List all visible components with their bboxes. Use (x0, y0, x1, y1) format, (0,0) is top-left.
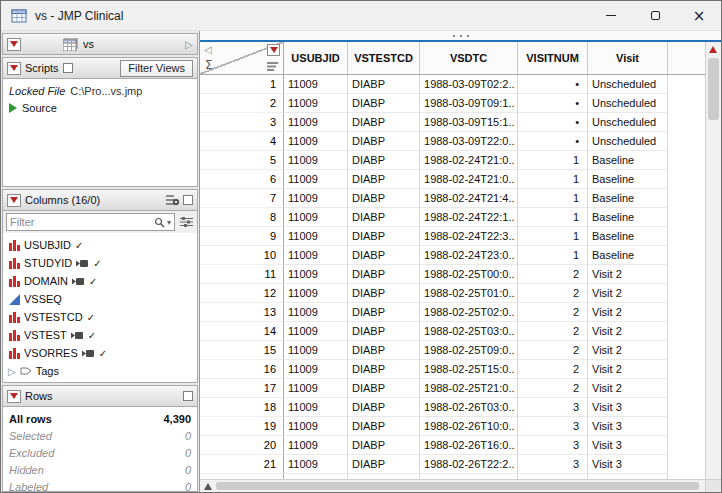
columns-menu-red-triangle[interactable] (7, 194, 21, 207)
table-menu-red-triangle[interactable] (7, 38, 21, 51)
window-grip[interactable] (200, 31, 721, 42)
cell-usubjid[interactable]: 11009 (284, 455, 348, 474)
scripts-checkbox[interactable] (63, 63, 73, 73)
horizontal-scrollbar[interactable] (200, 479, 705, 492)
columns-panel-header[interactable]: Columns (16/0) (2, 189, 198, 211)
row-filter-icon[interactable] (267, 61, 279, 71)
rows-panel-header[interactable]: Rows (2, 385, 198, 407)
title-bar[interactable]: vs - JMP Clinical × (1, 1, 721, 31)
cell-vsdtc[interactable]: 1988-03-09T02:2.. (420, 75, 518, 94)
cell-visit[interactable]: Visit 2 (588, 284, 668, 303)
cell-vsdtc[interactable]: 1988-02-25T09:0.. (420, 341, 518, 360)
column-item-vsseq[interactable]: VSSEQ (3, 290, 197, 308)
search-icon[interactable] (154, 217, 165, 228)
cell-visit[interactable]: Visit 2 (588, 303, 668, 322)
horizontal-scroll-thumb[interactable] (216, 482, 699, 490)
cell-usubjid[interactable]: 11009 (284, 379, 348, 398)
cell-visit[interactable]: Unscheduled (588, 94, 668, 113)
cell-vstestcd[interactable]: DIABP (348, 341, 420, 360)
cell-usubjid[interactable]: 11009 (284, 189, 348, 208)
table-row[interactable]: 611009DIABP1988-02-24T21:0..1Baseline (200, 170, 705, 189)
scripts-menu-red-triangle[interactable] (7, 62, 21, 75)
table-row[interactable]: 1611009DIABP1988-02-25T15:0..2Visit 2 (200, 360, 705, 379)
cell-usubjid[interactable]: 11009 (284, 360, 348, 379)
cell-visitnum[interactable]: • (518, 75, 588, 94)
cell-vsdtc[interactable]: 1988-02-24T22:3.. (420, 227, 518, 246)
table-row[interactable]: 1011009DIABP1988-02-24T23:0..1Baseline (200, 246, 705, 265)
cell-usubjid[interactable]: 11009 (284, 417, 348, 436)
table-row[interactable]: 2011009DIABP1988-02-26T16:0..3Visit 3 (200, 436, 705, 455)
table-row[interactable]: 511009DIABP1988-02-24T21:0..1Baseline (200, 151, 705, 170)
column-item-vsorres[interactable]: VSORRES✓ (3, 344, 197, 362)
cell-usubjid[interactable]: 11009 (284, 341, 348, 360)
close-button[interactable]: × (677, 1, 721, 30)
cell-usubjid[interactable]: 11009 (284, 246, 348, 265)
table-row[interactable]: 1811009DIABP1988-02-26T03:0..3Visit 3 (200, 398, 705, 417)
cell-usubjid[interactable]: 11009 (284, 170, 348, 189)
cell-vstestcd[interactable]: DIABP (348, 151, 420, 170)
columns-filter-input[interactable] (10, 216, 152, 228)
cell-vstestcd[interactable]: DIABP (348, 417, 420, 436)
table-row[interactable]: 1311009DIABP1988-02-25T02:0..2Visit 2 (200, 303, 705, 322)
cell-visitnum[interactable]: 1 (518, 189, 588, 208)
cell-vsdtc[interactable]: 1988-02-25T03:0.. (420, 322, 518, 341)
table-row[interactable]: 711009DIABP1988-02-24T21:4..1Baseline (200, 189, 705, 208)
table-row[interactable]: 911009DIABP1988-02-24T22:3..1Baseline (200, 227, 705, 246)
panel-collapse-box[interactable] (183, 195, 193, 205)
cell-vsdtc[interactable]: 1988-02-24T21:4.. (420, 189, 518, 208)
rows-stat-labeled[interactable]: Labeled0 (9, 478, 191, 492)
table-row[interactable]: 811009DIABP1988-02-24T22:1..1Baseline (200, 208, 705, 227)
row-number[interactable]: 17 (200, 379, 284, 398)
row-number[interactable]: 8 (200, 208, 284, 227)
columns-filter-field[interactable]: ▾ (6, 213, 175, 231)
row-number[interactable]: 9 (200, 227, 284, 246)
table-row[interactable]: 411009DIABP1988-03-09T22:0..•Unscheduled (200, 132, 705, 151)
rows-stat-selected[interactable]: Selected0 (9, 427, 191, 444)
cell-vsdtc[interactable]: 1988-02-24T21:0.. (420, 170, 518, 189)
cell-usubjid[interactable]: 11009 (284, 265, 348, 284)
cell-usubjid[interactable]: 11009 (284, 284, 348, 303)
cell-vsdtc[interactable]: 1988-02-25T21:0.. (420, 379, 518, 398)
filter-options-icon[interactable] (179, 216, 194, 228)
cell-visit[interactable]: Visit 2 (588, 322, 668, 341)
cell-usubjid[interactable]: 11009 (284, 75, 348, 94)
cell-usubjid[interactable]: 11009 (284, 132, 348, 151)
row-number[interactable]: 20 (200, 436, 284, 455)
table-row[interactable]: 1711009DIABP1988-02-25T21:0..2Visit 2 (200, 379, 705, 398)
maximize-button[interactable] (633, 1, 677, 30)
cell-vsdtc[interactable]: 1988-02-25T15:0.. (420, 360, 518, 379)
cell-usubjid[interactable]: 11009 (284, 113, 348, 132)
row-number[interactable]: 10 (200, 246, 284, 265)
scripts-panel-header[interactable]: Scripts Filter Views (2, 57, 198, 79)
cell-visit[interactable]: Unscheduled (588, 113, 668, 132)
column-item-usubjid[interactable]: USUBJID✓ (3, 236, 197, 254)
row-number[interactable]: 15 (200, 341, 284, 360)
columns-corner-red-triangle[interactable] (267, 44, 280, 56)
cell-vsdtc[interactable]: 1988-02-26T16:0.. (420, 436, 518, 455)
cell-vsdtc[interactable]: 1988-02-26T10:0.. (420, 417, 518, 436)
cell-vstestcd[interactable]: DIABP (348, 208, 420, 227)
rows-menu-red-triangle[interactable] (7, 390, 21, 403)
column-settings-icon[interactable] (166, 194, 179, 206)
table-row[interactable]: 1211009DIABP1988-02-25T01:0..2Visit 2 (200, 284, 705, 303)
cell-visitnum[interactable]: 1 (518, 170, 588, 189)
table-row[interactable]: 211009DIABP1988-03-09T09:1..•Unscheduled (200, 94, 705, 113)
table-row[interactable]: 1511009DIABP1988-02-25T09:0..2Visit 2 (200, 341, 705, 360)
row-number[interactable]: 12 (200, 284, 284, 303)
cell-visit[interactable]: Baseline (588, 151, 668, 170)
column-item-domain[interactable]: DOMAIN✓ (3, 272, 197, 290)
cell-usubjid[interactable]: 11009 (284, 303, 348, 322)
cell-visit[interactable]: Baseline (588, 170, 668, 189)
cell-visit[interactable]: Baseline (588, 227, 668, 246)
cell-visitnum[interactable]: 2 (518, 265, 588, 284)
panel-collapse-box[interactable] (183, 391, 193, 401)
cell-vsdtc[interactable]: 1988-02-25T02:0.. (420, 303, 518, 322)
minimize-button[interactable] (589, 1, 633, 30)
row-number[interactable]: 3 (200, 113, 284, 132)
cell-visitnum[interactable]: 3 (518, 398, 588, 417)
column-header-visitnum[interactable]: VISITNUM (518, 42, 588, 74)
cell-visitnum[interactable]: 3 (518, 436, 588, 455)
row-number[interactable]: 21 (200, 455, 284, 474)
cell-vstestcd[interactable]: DIABP (348, 436, 420, 455)
cell-visit[interactable]: Baseline (588, 208, 668, 227)
